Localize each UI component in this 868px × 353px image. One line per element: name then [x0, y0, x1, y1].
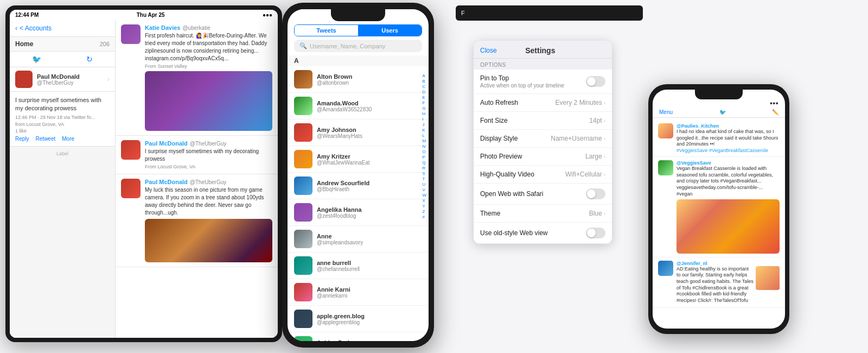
- pin-toggle[interactable]: [586, 76, 605, 87]
- accounts-button[interactable]: ‹ < Accounts: [10, 20, 115, 37]
- alpha-i[interactable]: I: [422, 117, 426, 122]
- settings-row-oldstyle[interactable]: Use old-style Web view: [474, 223, 612, 243]
- list-item[interactable]: @Paulies_Kitchen I had no idea what kind…: [653, 120, 785, 157]
- search-bar[interactable]: 🔍 Username, Name, Company: [294, 40, 422, 52]
- alpha-z[interactable]: Z: [422, 209, 426, 214]
- alpha-n[interactable]: N: [422, 144, 426, 149]
- alpha-c[interactable]: C: [422, 84, 426, 89]
- table-row[interactable]: Paul McDonald @TheUberGuy I surprise mys…: [116, 136, 278, 174]
- right-header-text: F: [461, 10, 465, 16]
- alpha-r[interactable]: R: [422, 166, 426, 171]
- tweet-text: First profesh haircut. 🙋‍♀️🎉Before-Durin…: [145, 32, 272, 62]
- alpha-k[interactable]: K: [422, 128, 426, 133]
- list-item[interactable]: @Jennifer_nl AD:Eating healthy is so imp…: [653, 257, 785, 308]
- alpha-b[interactable]: B: [422, 79, 426, 84]
- alpha-d[interactable]: D: [422, 90, 426, 94]
- refresh-icon[interactable]: ↻: [86, 55, 93, 64]
- settings-row-displaystyle[interactable]: Display Style Name+Username ›: [474, 130, 612, 148]
- alpha-j[interactable]: J: [422, 122, 426, 127]
- users-list: A Alton Brown @altonbrown Amanda.Wood @A…: [288, 55, 429, 341]
- settings-group-pin: Pin to Top Active when on top of your ti…: [474, 70, 612, 93]
- hqvideo-value: Wifi+Cellular ›: [565, 171, 605, 178]
- pencil-icon[interactable]: ✏️: [772, 109, 778, 115]
- alpha-w[interactable]: W: [422, 193, 426, 198]
- reply-button[interactable]: Reply: [15, 136, 29, 142]
- list-item[interactable]: Alton Brown @altonbrown: [288, 66, 429, 93]
- chevron-right-icon: ›: [107, 75, 110, 83]
- user-info: Amy Kritzer @WhatJewWannaEat: [317, 153, 422, 166]
- search-icon: 🔍: [299, 42, 307, 49]
- list-item[interactable]: Angelika Hanna @zest4foodblog: [288, 199, 429, 226]
- settings-row-hqvideo[interactable]: High-Quality Video Wifi+Cellular ›: [474, 166, 612, 184]
- alpha-y[interactable]: Y: [422, 204, 426, 209]
- list-item[interactable]: Amy Kritzer @WhatJewWannaEat: [288, 146, 429, 173]
- home-label: Home: [15, 40, 33, 48]
- menu-button[interactable]: Menu: [659, 109, 673, 115]
- oldstyle-toggle[interactable]: [586, 228, 605, 238]
- list-item[interactable]: @VeggiesSave Vegan Breakfast Casserole i…: [653, 157, 785, 257]
- settings-row-theme[interactable]: Theme Blue ›: [474, 205, 612, 223]
- list-item[interactable]: Anne @simpleandsavory: [288, 226, 429, 253]
- settings-title: Settings: [525, 46, 555, 55]
- close-button[interactable]: Close: [480, 47, 497, 54]
- feed-text: AD:Eating healthy is so important to our…: [676, 266, 754, 304]
- tab-users[interactable]: Users: [358, 25, 422, 36]
- tab-tweets[interactable]: Tweets: [295, 25, 358, 36]
- list-item[interactable]: Ashley Parker @AshleyRParker: [288, 332, 429, 341]
- settings-row-fontsize[interactable]: Font Size 14pt ›: [474, 112, 612, 130]
- alpha-a[interactable]: A: [422, 73, 426, 78]
- retweet-button[interactable]: Retweet: [36, 136, 56, 142]
- alpha-f[interactable]: F: [422, 100, 426, 105]
- avatar: [294, 150, 312, 168]
- user-info: Angelika Hanna @zest4foodblog: [317, 206, 422, 219]
- list-item[interactable]: Annie Karni @anniekarni: [288, 279, 429, 306]
- settings-row-photopreview[interactable]: Photo Preview Large ›: [474, 148, 612, 166]
- twitter-bird-icon[interactable]: 🐦: [32, 55, 41, 64]
- alpha-s[interactable]: S: [422, 171, 426, 176]
- alpha-v[interactable]: V: [422, 187, 426, 192]
- alpha-u[interactable]: U: [422, 182, 426, 187]
- user-handle: @WhatJewWannaEat: [317, 160, 422, 166]
- alpha-e[interactable]: E: [422, 95, 426, 100]
- list-item[interactable]: Amanda.Wood @AmandaW36522830: [288, 93, 429, 119]
- pin-sub: Active when on top of your timeline: [480, 83, 564, 89]
- feed-author: @Jennifer_nl: [676, 261, 780, 266]
- search-placeholder: Username, Name, Company: [310, 43, 385, 49]
- list-item[interactable]: anne burrell @chefanneburrell: [288, 253, 429, 279]
- user-info: Anne @simpleandsavory: [317, 233, 422, 245]
- alpha-t[interactable]: T: [422, 177, 426, 181]
- alpha-o[interactable]: O: [422, 149, 426, 154]
- user-name: Amanda.Wood: [317, 100, 422, 106]
- feed-text: Vegan Breakfast Casserole is loaded with…: [676, 166, 780, 197]
- segment-control[interactable]: Tweets Users: [294, 24, 422, 36]
- list-item[interactable]: Amy Johnson @WearsManyHats: [288, 119, 429, 146]
- list-item[interactable]: Andrew Scourfield @BbqHiraeth: [288, 173, 429, 199]
- avatar: [658, 261, 673, 276]
- openweb-toggle[interactable]: [586, 188, 605, 199]
- alpha-hash[interactable]: #: [422, 215, 426, 219]
- settings-row-pin[interactable]: Pin to Top Active when on top of your ti…: [474, 70, 612, 93]
- user-info: apple.green.blog @applegreenblog: [317, 313, 422, 325]
- chevron-right-icon: ›: [604, 100, 605, 106]
- alpha-l[interactable]: L: [422, 133, 426, 138]
- theme-value: Blue ›: [589, 210, 605, 217]
- avatar: [294, 70, 312, 89]
- alpha-m[interactable]: M: [422, 138, 426, 143]
- list-item[interactable]: apple.green.blog @applegreenblog: [288, 306, 429, 332]
- autorefresh-label: Auto Refresh: [480, 99, 518, 106]
- tablet-body: ‹ < Accounts Home 206 🐦 ↻ Paul McDonald …: [10, 20, 278, 338]
- settings-row-autorefresh[interactable]: Auto Refresh Every 2 Minutes ›: [474, 94, 612, 112]
- table-row[interactable]: Paul McDonald @TheUberGuy My luck this s…: [116, 174, 278, 267]
- feed-tweet-content: @VeggiesSave Vegan Breakfast Casserole i…: [676, 160, 780, 253]
- table-row[interactable]: Katie Davies @uberkatie First profesh ha…: [116, 20, 278, 136]
- user-handle: @simpleandsavory: [317, 239, 422, 245]
- alpha-h[interactable]: H: [422, 111, 426, 116]
- more-button[interactable]: More: [62, 136, 74, 142]
- alpha-p[interactable]: P: [422, 155, 426, 160]
- alpha-q[interactable]: Q: [422, 160, 426, 165]
- tweet-content: Katie Davies @uberkatie First profesh ha…: [145, 24, 272, 131]
- autorefresh-value: Every 2 Minutes ›: [556, 99, 605, 106]
- settings-row-openweb[interactable]: Open Web with Safari: [474, 184, 612, 205]
- alpha-g[interactable]: G: [422, 106, 426, 111]
- alpha-x[interactable]: X: [422, 198, 426, 203]
